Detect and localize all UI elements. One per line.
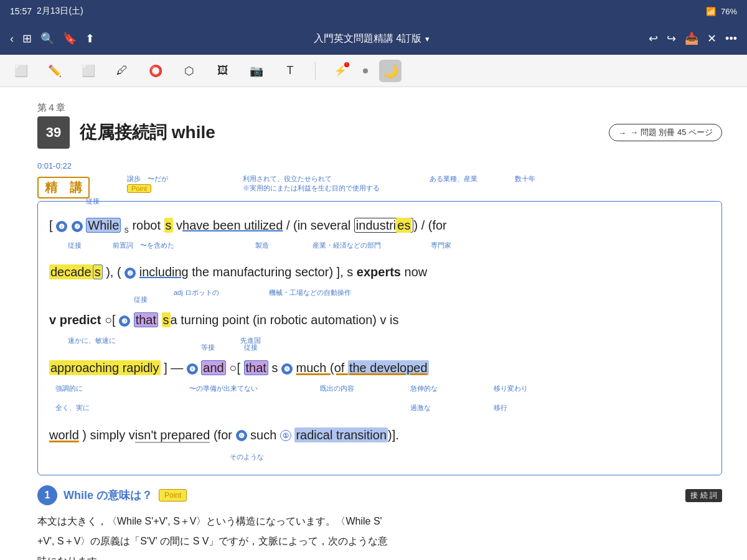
- lesson-title: 従属接続詞 while: [80, 121, 215, 144]
- circnum-5: ❺: [281, 363, 293, 375]
- text-line-4: approaching rapidly ] — ❹ 等接 and ○[ 従接 t…: [49, 353, 710, 383]
- moon-tool[interactable]: 🌙: [379, 60, 402, 82]
- grid-icon[interactable]: ⊞: [22, 32, 32, 45]
- section-number-1: 1: [37, 485, 57, 505]
- ann-maechishi: 前置詞 〜を含めた: [113, 236, 174, 255]
- status-bar: 15:57 2月13日(土) 📶 76%: [0, 0, 747, 22]
- ann-sangyou: 産業・経済などの部門: [312, 236, 381, 255]
- ann-juzoku-inline: 従接: [68, 236, 82, 255]
- ann-juzoku-1: 従接: [86, 193, 100, 209]
- decades-ann: 数十年: [515, 174, 535, 184]
- ann-kyouchou: 強調的に全く、実に: [55, 379, 90, 418]
- share-icon[interactable]: ⬆: [85, 32, 95, 45]
- dropdown-icon[interactable]: ▾: [425, 34, 430, 44]
- vhave: vhave been utilized / (in several indust…: [176, 218, 447, 233]
- ann-row-5: 強調的に全く、実に 〜の準備が出来てない 既出の内容 急伸的な過激な 移り変わり…: [49, 379, 710, 418]
- main-text-block: [ ❶ ❼ 従接 While s robot s vhave been util…: [37, 201, 722, 475]
- battery: 76%: [721, 7, 737, 16]
- lasso-tool[interactable]: ⭕: [144, 60, 167, 82]
- shape-tool[interactable]: ⬡: [178, 60, 200, 82]
- seikouarea: 精 講 譲歩 〜だが Point 利用されて、役立たせられて ※実用的にまたは利…: [37, 177, 722, 198]
- approaching-word: approaching rapidly: [49, 360, 161, 375]
- nav-right[interactable]: ↩ ↪ 📥 ✕ •••: [649, 32, 737, 45]
- image-tool[interactable]: 🖼: [212, 60, 234, 82]
- ann-row-2: 従接 前置詞 〜を含めた 製造 産業・経済などの部門 専門家: [49, 236, 710, 255]
- toolbar-separator: [315, 62, 316, 80]
- ann-senmonka: 専門家: [431, 236, 451, 255]
- chapter-title-area: 39 従属接続詞 while: [37, 116, 215, 149]
- and-word: and: [201, 360, 225, 375]
- bluetooth-icon[interactable]: ⚡ !: [329, 60, 352, 82]
- industry-ann: ある業種、産業: [430, 174, 477, 184]
- ann-sonouyona: そのような: [49, 447, 710, 467]
- seikouLabel: 精 講: [37, 177, 90, 198]
- section-1-explanation: 本文は大きく，〈While S'+V', S＋V〉という構造になっています。〈W…: [37, 511, 722, 560]
- camera-tool[interactable]: 📷: [245, 60, 268, 82]
- decades-word: decade: [49, 264, 93, 279]
- problem-reference: → → 問題 別冊 45 ページ: [609, 124, 722, 141]
- circnum-3: ❸: [119, 315, 130, 327]
- timestamp: 0:01-0:22: [37, 161, 722, 170]
- date: 2月13日(土): [37, 6, 83, 17]
- text-line-5: world ) simply visn't prepared (for ❻ su…: [49, 420, 710, 450]
- pencil-tool[interactable]: ✏️: [44, 60, 66, 82]
- more-icon[interactable]: •••: [725, 32, 737, 45]
- circnum-2: ❷: [125, 268, 136, 279]
- redo-icon[interactable]: ↪: [667, 32, 676, 45]
- top-annotations: 譲歩 〜だが Point: [127, 174, 168, 193]
- circnum-7: ❼: [72, 221, 83, 232]
- ann-kidemono: 既出の内容: [320, 379, 354, 418]
- close-icon[interactable]: ✕: [707, 32, 716, 45]
- predict-word: v predict: [49, 313, 101, 327]
- circnum-6: ❻: [236, 430, 247, 441]
- ann-kikai: 機械・工場などの自動操作: [269, 283, 351, 302]
- ann-adj-robotto: adj ロボットの: [174, 283, 219, 302]
- ann-utsuri: 移り変わり移行: [494, 379, 528, 418]
- chapter-header: 39 従属接続詞 while → → 問題 別冊 45 ページ: [37, 116, 722, 149]
- ann-toutou: 等接: [201, 339, 215, 355]
- eraser-tool[interactable]: ⬜: [77, 60, 100, 82]
- page-tool[interactable]: ⬜: [10, 60, 32, 82]
- circnum-1-white: ①: [280, 430, 291, 441]
- nav-title[interactable]: 入門英文問題精講 4訂版 ▾: [314, 32, 430, 45]
- world-word: world: [49, 428, 79, 442]
- back-icon[interactable]: ‹: [10, 32, 14, 45]
- search-icon[interactable]: 🔍: [40, 32, 54, 45]
- ann-juzoku-3: 従接: [134, 291, 148, 307]
- dot-separator: [363, 68, 368, 73]
- point-badge-section: Point: [159, 489, 187, 502]
- while-word: While: [86, 218, 121, 233]
- ann-kyuushin: 急伸的な過激な: [410, 379, 438, 418]
- chapter-label: 第４章: [37, 102, 722, 114]
- experts-word: experts: [357, 265, 401, 279]
- bookmark-icon[interactable]: 🔖: [63, 32, 77, 45]
- bracket-open-1: [: [49, 218, 56, 232]
- utilized-ann: 利用されて、役立たせられて ※実用的にまたは利益を生む目的で使用する: [243, 174, 380, 193]
- point-badge-top: Point: [127, 184, 151, 193]
- s-a: s: [162, 312, 171, 327]
- ann-junbi: 〜の準備が出来てない: [189, 379, 258, 418]
- text-line-3: v predict ○[ ❸ 従接 that sa turning point …: [49, 305, 710, 335]
- toolbar: ⬜ ✏️ ⬜ 🖊 ⭕ ⬡ 🖼 📷 T ⚡ ! 🌙: [0, 55, 747, 87]
- arrow-icon: →: [618, 128, 626, 138]
- nav-left[interactable]: ‹ ⊞ 🔍 🔖 ⬆: [10, 32, 95, 45]
- s-marker: s: [125, 225, 129, 235]
- undo-icon[interactable]: ↩: [649, 32, 658, 45]
- ann-hayaku: 速かに、敏速に: [68, 331, 116, 350]
- status-left: 15:57 2月13日(土): [10, 6, 83, 17]
- circnum-1: ❶: [56, 221, 67, 232]
- circnum-4: ❹: [187, 363, 198, 375]
- save-icon[interactable]: 📥: [685, 32, 698, 45]
- time: 15:57: [10, 6, 32, 16]
- status-right: 📶 76%: [706, 7, 737, 16]
- jhouho-ann: 譲歩 〜だが: [127, 174, 168, 184]
- robots-s: s: [164, 218, 173, 233]
- ann-seizou: 製造: [255, 236, 269, 255]
- pen-tool[interactable]: 🖊: [111, 60, 133, 82]
- that-word-1: that: [134, 312, 158, 327]
- including-word: including: [139, 265, 189, 279]
- radical-transition: radical transition: [294, 427, 388, 442]
- much-developed: much (of the developed: [296, 360, 429, 375]
- lesson-number: 39: [37, 116, 70, 149]
- text-tool[interactable]: T: [279, 60, 301, 82]
